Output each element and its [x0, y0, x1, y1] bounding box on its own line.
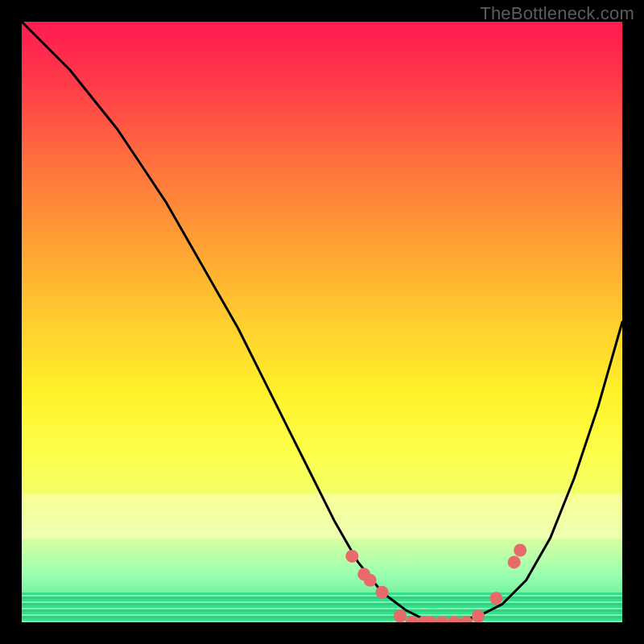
curve-marker — [472, 610, 485, 623]
curve-marker — [514, 544, 526, 557]
bottleneck-curve — [22, 22, 622, 622]
green-stripes-overlay — [22, 592, 622, 622]
curve-marker — [364, 574, 377, 587]
marker-group — [345, 544, 526, 623]
plot-area — [22, 22, 622, 622]
chart-frame: TheBottleneck.com — [0, 0, 644, 644]
curve-marker — [406, 616, 419, 622]
curve-svg — [22, 22, 622, 622]
curve-marker — [436, 616, 448, 622]
curve-marker — [394, 610, 407, 623]
curve-marker — [376, 586, 389, 599]
yellow-band-overlay — [22, 493, 622, 539]
curve-marker — [508, 555, 521, 568]
curve-marker — [357, 568, 370, 580]
watermark-text: TheBottleneck.com — [480, 3, 634, 24]
curve-marker — [460, 616, 473, 622]
curve-marker — [423, 616, 436, 622]
curve-marker — [418, 616, 431, 622]
curve-marker — [345, 550, 358, 563]
curve-marker — [489, 592, 502, 605]
curve-marker — [448, 616, 460, 622]
